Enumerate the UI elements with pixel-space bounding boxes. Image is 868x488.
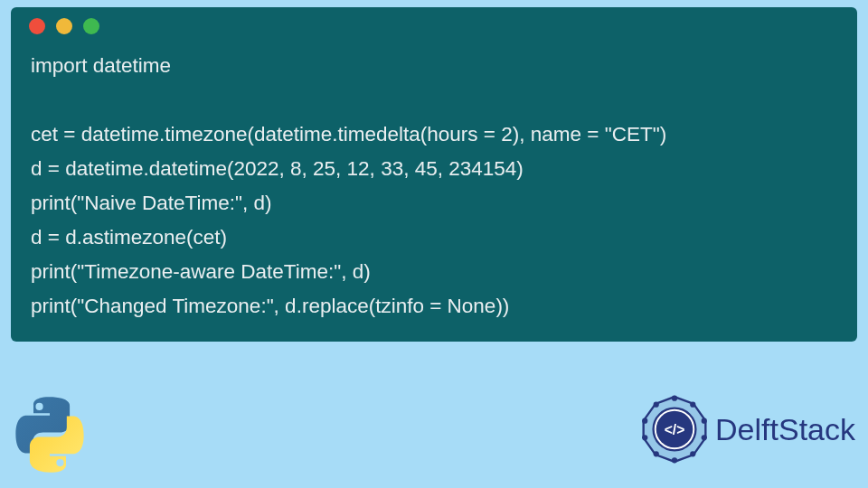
minimize-icon[interactable] (56, 18, 72, 34)
svg-point-14 (654, 402, 659, 408)
code-line: import datetime (31, 49, 837, 83)
footer: </> DelftStack (0, 374, 868, 483)
brand-name: DelftStack (715, 412, 855, 447)
svg-text:</>: </> (665, 422, 685, 437)
svg-point-8 (672, 457, 677, 463)
code-line: print("Changed Timezone:", d.replace(tzi… (31, 289, 837, 324)
svg-point-6 (702, 418, 707, 424)
svg-point-12 (690, 451, 695, 456)
svg-point-13 (654, 451, 659, 456)
code-line (31, 83, 837, 117)
python-logo-icon (9, 394, 90, 475)
delftstack-logo-icon: </> (639, 394, 710, 465)
code-window: import datetime cet = datetime.timezone(… (11, 7, 857, 342)
code-area: import datetime cet = datetime.timezone(… (11, 45, 857, 329)
code-line: print("Timezone-aware DateTime:", d) (31, 255, 837, 289)
window-titlebar (11, 7, 857, 45)
svg-point-5 (672, 396, 677, 401)
svg-point-10 (642, 418, 647, 424)
delftstack-branding: </> DelftStack (639, 394, 855, 465)
code-line: d = datetime.datetime(2022, 8, 25, 12, 3… (31, 152, 837, 186)
maximize-icon[interactable] (83, 18, 99, 34)
close-icon[interactable] (29, 18, 45, 34)
code-line: d = d.astimezone(cet) (31, 221, 837, 255)
svg-point-9 (642, 435, 647, 440)
svg-point-7 (702, 435, 707, 440)
code-line: print("Naive DateTime:", d) (31, 186, 837, 221)
code-line: cet = datetime.timezone(datetime.timedel… (31, 117, 837, 152)
svg-point-11 (690, 402, 695, 408)
